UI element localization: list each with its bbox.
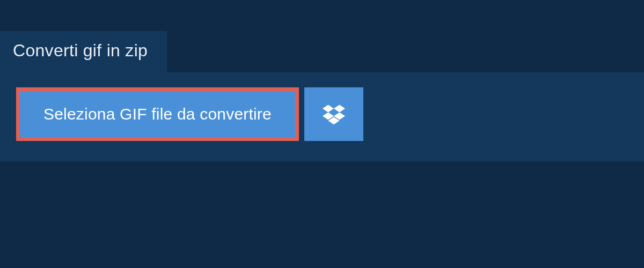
select-file-label: Seleziona GIF file da convertire [43, 105, 272, 123]
dropbox-button[interactable] [304, 87, 363, 141]
tab-bar: Converti gif in zip [0, 31, 644, 72]
tab-title: Converti gif in zip [13, 41, 148, 60]
dropbox-icon [323, 104, 345, 124]
button-row: Seleziona GIF file da convertire [16, 87, 628, 141]
select-file-button[interactable]: Seleziona GIF file da convertire [16, 87, 299, 141]
tab-convert-gif-zip[interactable]: Converti gif in zip [0, 31, 167, 72]
converter-panel: Seleziona GIF file da convertire [0, 72, 644, 161]
